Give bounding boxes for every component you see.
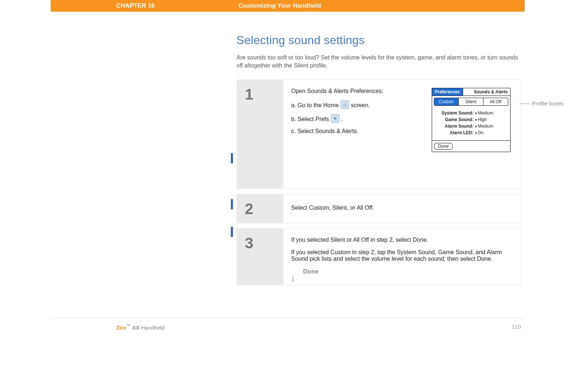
step-2-content: Select Custom, Silent, or All Off. bbox=[283, 194, 521, 223]
section-heading: Selecting sound settings bbox=[237, 34, 525, 47]
pref-titlebar-right: Sounds & Alerts bbox=[463, 88, 510, 96]
row-alarm-led: Alarm LED: On bbox=[435, 130, 507, 135]
section-intro: Are sounds too soft or too loud? Set the… bbox=[237, 54, 521, 69]
step-1: 1 Open Sounds & Alerts Preferences: a. G… bbox=[237, 79, 521, 189]
profile-tabs: Custom Silent All Off bbox=[434, 98, 508, 106]
step-1-content: Open Sounds & Alerts Preferences: a. Go … bbox=[283, 80, 521, 189]
tab-custom[interactable]: Custom bbox=[434, 98, 459, 105]
change-bar-2 bbox=[231, 199, 233, 209]
step-number: 2 bbox=[237, 194, 283, 223]
step-3-p2: If you selected Custom in step 2, tap th… bbox=[291, 249, 510, 262]
step-1a-pre: a. Go to the Home bbox=[291, 102, 341, 108]
annotation-profile-boxes: Profile boxes bbox=[520, 100, 564, 106]
step-2: 2 Select Custom, Silent, or All Off. bbox=[237, 194, 521, 223]
step-3: 3 If you selected Silent or All Off in s… bbox=[237, 228, 521, 285]
footer-page-number: 110 bbox=[512, 323, 521, 331]
annotation-text: Profile boxes bbox=[532, 100, 564, 106]
step-1b-post: . bbox=[341, 116, 342, 122]
pick-system-sound[interactable]: Medium bbox=[475, 110, 493, 116]
step-number: 3 bbox=[237, 229, 283, 285]
label-game-sound: Game Sound: bbox=[435, 117, 475, 122]
annotation-leader-line bbox=[520, 104, 530, 104]
tab-alloff[interactable]: All Off bbox=[483, 98, 508, 105]
pick-alarm-led[interactable]: On bbox=[475, 130, 484, 135]
prefs-icon bbox=[331, 114, 339, 123]
step-number: 1 bbox=[237, 80, 283, 189]
tab-silent[interactable]: Silent bbox=[459, 98, 483, 105]
done-indicator: Done bbox=[291, 268, 510, 275]
pick-game-sound[interactable]: High bbox=[475, 117, 487, 122]
label-alarm-led: Alarm LED: bbox=[435, 130, 475, 135]
row-system-sound: System Sound: Medium bbox=[435, 110, 507, 116]
done-label: Done bbox=[303, 268, 319, 275]
pick-alarm-sound[interactable]: Medium bbox=[475, 124, 493, 129]
chapter-label: CHAPTER 16 bbox=[116, 2, 155, 9]
label-system-sound: System Sound: bbox=[435, 110, 475, 116]
row-game-sound: Game Sound: High bbox=[435, 117, 507, 122]
row-alarm-sound: Alarm Sound: Medium bbox=[435, 124, 507, 129]
change-bar-3 bbox=[231, 227, 233, 237]
step-1a-post: screen. bbox=[351, 102, 370, 108]
step-3-p1: If you selected Silent or All Off in ste… bbox=[291, 237, 510, 243]
footer-brand-rest: Handheld bbox=[140, 325, 164, 331]
chapter-title: Customizing Your Handheld bbox=[238, 2, 321, 9]
page-footer: Zire™ XX Handheld 110 bbox=[51, 318, 525, 331]
footer-brand-tm: ™ bbox=[126, 323, 131, 329]
footer-brand-name: Zire bbox=[116, 325, 127, 331]
preferences-screenshot: Preferences Sounds & Alerts Custom Silen… bbox=[432, 88, 510, 152]
step-1b-pre: b. Select Prefs bbox=[291, 116, 331, 122]
change-bar-1 bbox=[231, 153, 233, 163]
footer-brand: Zire™ XX Handheld bbox=[116, 323, 165, 331]
pref-done-button[interactable]: Done bbox=[434, 143, 453, 150]
pref-titlebar-left: Preferences bbox=[432, 88, 463, 96]
chapter-header: CHAPTER 16 Customizing Your Handheld bbox=[51, 0, 525, 12]
step-3-content: If you selected Silent or All Off in ste… bbox=[283, 229, 521, 285]
step-2-text: Select Custom, Silent, or All Off. bbox=[291, 205, 510, 211]
home-icon bbox=[341, 100, 349, 109]
label-alarm-sound: Alarm Sound: bbox=[435, 124, 475, 129]
footer-brand-model: XX bbox=[131, 325, 140, 331]
